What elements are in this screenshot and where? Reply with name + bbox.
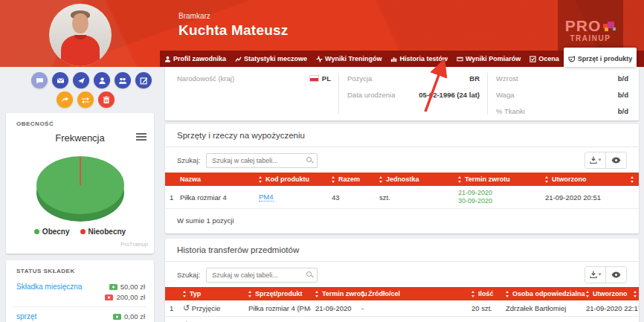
sort-icon [259,176,263,183]
comment-button[interactable] [31,72,48,88]
equipment-title: Sprzęty i rzeczy na wypożyczeniu [165,124,639,147]
search-input[interactable] [206,268,318,283]
user-icon [164,56,171,62]
col-jednostka[interactable]: Jednostka [375,173,454,186]
send-button[interactable] [73,72,89,88]
col-termin-zwrotu[interactable]: Termin zwrotu [311,287,357,300]
send-icon [77,77,86,85]
share-button[interactable] [57,91,73,108]
field-birthdate: Data urodzenia 05-02-1996 (24 lat) [347,91,480,101]
player-info-card: Narodowość (kraj) PL Pozycja BR Data uro… [165,67,639,120]
export-button[interactable]: ▾ [585,267,605,283]
transfer-icon [81,96,90,104]
chart-menu-icon[interactable] [136,133,146,141]
product-code-link[interactable]: PM4 [259,193,274,202]
payment-link[interactable]: sprzęt [16,312,36,322]
col-ilosc[interactable]: Ilość [467,287,501,300]
transfer-button[interactable] [77,91,94,108]
divider [487,73,488,115]
cell-return-dates: 21-09-2020 30-09-2020 [454,186,541,208]
payment-row: Składka miesięczna 50,00 zł 200,00 zł [16,283,145,301]
player-header: Bramkarz Kuchta Mateusz [178,12,288,39]
search-icon [306,157,313,164]
sort-icon [361,291,365,297]
delete-button[interactable] [98,91,115,108]
pie-slice-absent[interactable] [80,157,81,185]
tab-training-results[interactable]: Wyniki Treningów [312,51,386,67]
paid-money-icon [109,284,117,290]
eye-icon [611,157,621,164]
comment-icon [36,77,44,85]
download-icon [590,271,597,279]
col-kod-produktu[interactable]: Kod produktu [254,173,327,186]
player-role: Bramkarz [178,12,288,20]
bar-chart-icon [390,56,397,62]
payment-link[interactable]: Składka miesięczna [16,283,82,301]
table-row[interactable]: 1 ↺ Przyjęcie Piłka rozmiar 4 (PM4) 21-0… [165,300,639,317]
search-input[interactable] [206,153,318,168]
page: Bramkarz Kuchta Mateusz PRO TRAINUP Prof… [0,0,644,322]
col-utworzono[interactable]: Utworzono [582,287,642,300]
mail-button[interactable] [52,72,68,88]
sort-icon [545,176,549,183]
divider [13,306,146,307]
divider [338,73,339,115]
mail-icon [57,77,65,85]
chevron-down-icon: ▾ [599,271,602,277]
attendance-card: OBECNOŚĆ Frekwencja Obecny Nieobecny Pro… [6,113,154,254]
tab-rating[interactable]: Ocena [525,51,564,67]
field-height: Wzrost b/d [496,74,628,85]
transfers-card: Historia transferów przedmiotów Szukaj: … [165,239,639,322]
legend-dot-red [80,229,86,234]
tab-test-history[interactable]: Historia testów [386,51,452,67]
activity-icon [316,56,323,62]
export-button[interactable]: ▾ [585,152,605,168]
col-sprzet-produkt[interactable]: Sprzęt/produkt [244,287,311,300]
table-row[interactable]: 2 ☝ Wypożyczenie Piłka rozmiar 4 (PM4) 3… [165,317,639,322]
field-position: Pozycja BR [347,74,480,85]
visibility-button[interactable] [605,267,626,283]
col-razem[interactable]: Razem [327,173,375,186]
sort-icon [506,291,509,297]
paid-money-icon [113,314,121,320]
edit-icon [140,77,148,85]
legend-item-absent[interactable]: Nieobecny [80,228,126,236]
player-avatar [49,4,112,66]
col-typ[interactable]: Typ [178,287,244,300]
trash-icon [103,96,110,104]
col-termin-zwrotu[interactable]: Termin zwrotu [454,173,541,186]
col-osoba[interactable]: Osoba odpowiedzialna [501,287,582,300]
whistle-icon [568,55,576,62]
chart-legend: Obecny Nieobecny [6,228,154,236]
field-nationality: Narodowość (kraj) PL [177,74,331,85]
col-utworzono[interactable]: Utworzono [541,173,639,186]
col-zrodlo-cel[interactable]: Źródło/cel [357,287,467,300]
equipment-toolbar: Szukaj: ▾ [165,147,639,173]
legend-item-present[interactable]: Obecny [34,228,70,236]
edit-button[interactable] [135,72,152,88]
search-label: Szukaj: [177,156,200,164]
visibility-button[interactable] [605,152,626,168]
tab-equipment[interactable]: Sprzęt i produkty [564,48,637,67]
chevron-down-icon: ▾ [599,157,602,163]
cell-name: Piłka rozmiar 4 [176,190,254,205]
equipment-card: Sprzęty i rzeczy na wypożyczeniu Szukaj:… [165,124,639,234]
attendance-chart-title: Frekwencja [6,132,154,144]
user-icon [98,77,106,85]
poland-flag-icon [309,75,319,82]
tab-match-stats[interactable]: Statystyki meczowe [231,51,312,67]
search-label: Szukaj: [177,271,200,279]
ruler-icon [457,56,463,62]
history-icon: ↺ [183,303,190,313]
sort-icon [471,291,475,297]
col-nazwa[interactable]: Nazwa [176,173,254,186]
tab-measurements[interactable]: Wyniki Pomiarów [452,51,525,67]
table-row[interactable]: 1 Piłka rozmiar 4 PM4 43 szt. 21-09-2020… [165,186,639,209]
users-button[interactable] [115,72,131,88]
sort-icon [315,291,319,297]
payment-row: sprzęt 0,00 zł 100,00 zł [16,312,145,322]
tab-profile[interactable]: Profil zawodnika [160,51,231,67]
profile-button[interactable] [94,72,110,88]
sort-icon [332,176,335,183]
field-weight: Waga b/d [496,91,628,101]
